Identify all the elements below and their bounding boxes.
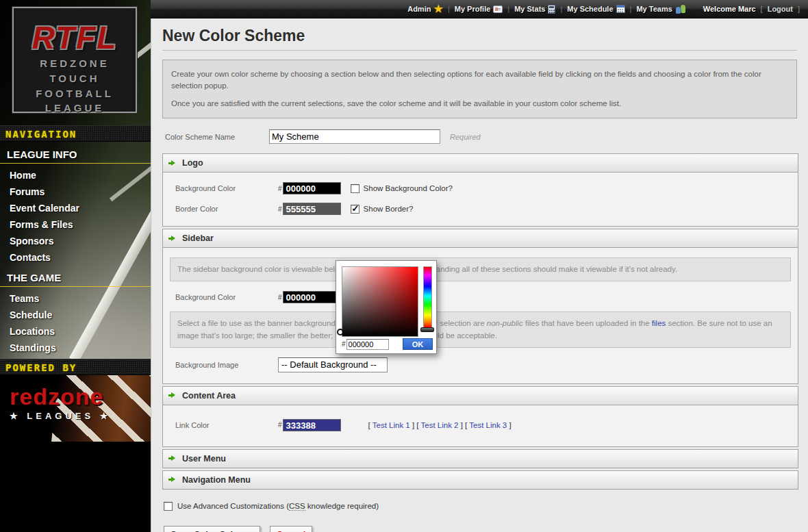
my-schedule-link[interactable]: My Schedule xyxy=(567,5,624,13)
topbar: Admin | My Profile | My Stats | My Sched… xyxy=(151,0,808,18)
picker-hex-input[interactable] xyxy=(346,339,389,350)
hue-slider-strip[interactable] xyxy=(423,266,432,328)
content-area-section-header[interactable]: Content Area xyxy=(162,386,798,405)
logo-section: Logo Background Color # 000000 Show Back… xyxy=(162,153,798,227)
required-hint: Required xyxy=(450,133,481,141)
hash-symbol: # xyxy=(278,205,282,213)
topbar-separator: | xyxy=(630,5,632,13)
advanced-customizations-row: Use Advanced Customizations (CSS knowled… xyxy=(164,502,797,511)
test-link-1[interactable]: Test Link 1 xyxy=(373,421,410,429)
color-scheme-name-input[interactable] xyxy=(269,129,440,144)
welcome-text: Welcome Marc xyxy=(703,5,756,13)
sidebar-item-contacts[interactable]: Contacts xyxy=(0,249,151,266)
color-scheme-name-label: Color Scheme Name xyxy=(165,133,269,141)
league-logo-line: REDZONE xyxy=(14,56,136,71)
show-border-checkbox[interactable] xyxy=(351,205,359,214)
sidebar-item-home[interactable]: Home xyxy=(0,167,151,183)
sidebar-menu: LEAGUE INFO Home Forums Event Calendar F… xyxy=(0,142,151,372)
save-color-scheme-button[interactable]: Save Color Scheme xyxy=(164,526,260,532)
link-color-swatch[interactable]: 333388 xyxy=(283,419,341,431)
hash-symbol: # xyxy=(278,185,282,192)
league-logo-line: LEAGUE xyxy=(14,101,136,116)
logo-border-color-row: Border Color # 555555 Show Border? xyxy=(170,199,791,219)
banner-background-note: Select a file to use as the banner backg… xyxy=(170,312,791,348)
sidebar-section-header[interactable]: Sidebar xyxy=(162,229,798,248)
main-content: New Color Scheme Create your own color s… xyxy=(151,18,808,532)
test-links: [ Test Link 1 ] [ Test Link 2 ] [ Test L… xyxy=(368,421,512,429)
league-logo-acronym: RTFL xyxy=(14,19,136,56)
background-image-select[interactable]: -- Default Background -- xyxy=(278,357,388,372)
sidebar-section: Sidebar The sidebar background color is … xyxy=(162,229,798,384)
green-arrow-icon xyxy=(168,160,176,166)
show-background-color-checkbox[interactable] xyxy=(351,184,359,193)
color-scheme-name-row: Color Scheme Name Required xyxy=(165,129,797,144)
files-link[interactable]: files xyxy=(652,319,666,327)
green-arrow-icon xyxy=(168,477,176,483)
page-title: New Color Scheme xyxy=(162,27,797,51)
admin-link[interactable]: Admin xyxy=(407,3,443,15)
logo-background-color-row: Background Color # 000000 Show Backgroun… xyxy=(170,178,791,199)
user-menu-section: User Menu xyxy=(162,449,798,468)
test-link-3[interactable]: Test Link 3 xyxy=(469,421,507,429)
background-image-row: Background Image -- Default Background -… xyxy=(170,353,791,377)
sidebar-item-forms-files[interactable]: Forms & Files xyxy=(0,216,151,233)
league-logo-line: FOOTBALL xyxy=(14,86,136,101)
user-menu-section-header[interactable]: User Menu xyxy=(162,449,798,468)
sidebar-item-locations[interactable]: Locations xyxy=(0,323,151,340)
intro-box: Create your own color scheme by choosing… xyxy=(162,60,797,118)
logo-section-header[interactable]: Logo xyxy=(162,153,798,173)
powered-by-strip: POWERED BY xyxy=(0,359,151,375)
topbar-separator: | xyxy=(507,5,509,13)
hash-symbol: # xyxy=(278,421,282,429)
field-label: Border Color xyxy=(175,205,278,213)
hue-slider-handle[interactable] xyxy=(420,327,434,332)
star-icon xyxy=(433,3,442,15)
test-link-2[interactable]: Test Link 2 xyxy=(421,421,459,429)
calculator-icon xyxy=(548,5,555,14)
field-label: Link Color xyxy=(175,421,278,429)
topbar-separator: | xyxy=(448,5,450,13)
color-selection-marker[interactable] xyxy=(337,329,344,335)
field-label: Background Image xyxy=(175,361,278,369)
green-arrow-icon xyxy=(168,455,176,461)
saturation-value-gradient[interactable] xyxy=(342,266,418,337)
menu-heading-league-info: LEAGUE INFO xyxy=(0,142,151,164)
sidebar-item-teams[interactable]: Teams xyxy=(0,290,151,307)
sidebar-item-schedule[interactable]: Schedule xyxy=(0,307,151,323)
sidebar-background-color-row: Background Color # 000000 xyxy=(170,287,791,307)
hash-symbol: # xyxy=(342,340,346,348)
advanced-customizations-checkbox[interactable] xyxy=(164,502,173,511)
sidebar-background-color-swatch[interactable]: 000000 xyxy=(283,291,341,303)
sidebar-item-standings[interactable]: Standings xyxy=(0,340,151,356)
sidebar-item-forums[interactable]: Forums xyxy=(0,183,151,200)
field-label: Background Color xyxy=(175,293,278,301)
checkbox-label: Show Border? xyxy=(364,205,414,213)
my-stats-link[interactable]: My Stats xyxy=(514,5,555,14)
my-profile-link[interactable]: My Profile xyxy=(455,5,503,13)
logo-border-color-swatch[interactable]: 555555 xyxy=(283,203,341,215)
green-arrow-icon xyxy=(168,236,176,242)
button-row: Save Color Scheme Cancel xyxy=(164,526,797,532)
calendar-icon xyxy=(616,5,625,13)
my-teams-link[interactable]: My Teams xyxy=(636,5,685,14)
sidebar-note: The sidebar background color is viewable… xyxy=(170,257,791,281)
league-logo-line: TOUCH xyxy=(14,71,136,86)
navigation-strip: NAVIGATION xyxy=(0,125,151,142)
field-label: Background Color xyxy=(175,184,278,192)
sidebar: RTFL REDZONE TOUCH FOOTBALL LEAGUE NAVIG… xyxy=(0,0,151,532)
league-logo: RTFL REDZONE TOUCH FOOTBALL LEAGUE xyxy=(12,7,137,113)
logo-section-body: Background Color # 000000 Show Backgroun… xyxy=(162,173,798,227)
sidebar-item-sponsors[interactable]: Sponsors xyxy=(0,233,151,249)
logout-link[interactable]: Logout xyxy=(768,5,793,13)
content-area-section-body: Link Color # 333388 [ Test Link 1 ] [ Te… xyxy=(162,405,798,447)
sidebar-section-body: The sidebar background color is viewable… xyxy=(162,248,798,384)
checkbox-label: Show Background Color? xyxy=(364,184,453,192)
logo-background-color-swatch[interactable]: 000000 xyxy=(283,182,341,194)
cancel-button[interactable]: Cancel xyxy=(270,526,313,532)
picker-ok-button[interactable]: OK xyxy=(403,338,433,350)
sidebar-item-event-calendar[interactable]: Event Calendar xyxy=(0,200,151,216)
page: RTFL REDZONE TOUCH FOOTBALL LEAGUE NAVIG… xyxy=(0,0,808,532)
vcard-icon xyxy=(493,5,503,13)
navigation-menu-section-header[interactable]: Navigation Menu xyxy=(162,470,798,490)
green-arrow-icon xyxy=(168,392,176,398)
